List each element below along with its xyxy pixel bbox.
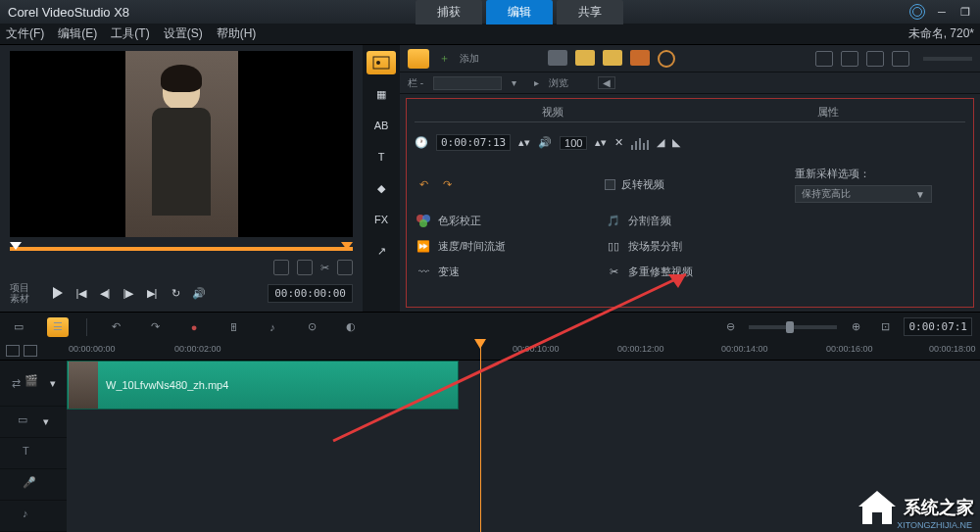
speed-icon[interactable]: ⏩ (415, 238, 432, 254)
filter-icon[interactable]: FX (367, 208, 396, 231)
reverse-checkbox[interactable] (605, 179, 615, 190)
graphic-icon[interactable]: ◆ (367, 176, 396, 200)
zoom-in-icon[interactable]: ⊕ (845, 317, 866, 337)
zoom-slider[interactable] (749, 325, 837, 329)
record-icon[interactable]: ● (183, 317, 205, 337)
collapse-icon[interactable]: ◀ (598, 76, 615, 89)
volume-spinner-icon[interactable]: ▴▾ (595, 136, 607, 149)
mode-clip-label[interactable]: 素材 (10, 293, 43, 304)
menu-help[interactable]: 帮助(H) (217, 25, 257, 42)
thumb-size-slider[interactable] (923, 57, 972, 61)
timeline-ruler[interactable]: 00:00:00:00 00:00:02:00 00:00:10:00 00:0… (0, 341, 980, 361)
variable-speed-label[interactable]: 变速 (438, 265, 460, 279)
mark-out-icon[interactable] (297, 260, 313, 275)
fade-in-icon[interactable]: ◢ (657, 136, 664, 149)
storyboard-view-icon[interactable]: ▭ (8, 317, 29, 337)
mute-icon[interactable]: ✕ (614, 136, 623, 149)
auto-music-icon[interactable]: ♪ (262, 317, 283, 337)
clock-icon[interactable] (658, 50, 675, 68)
sort-icon[interactable] (892, 51, 909, 67)
audio-filter-icon[interactable] (630, 50, 650, 66)
restore-icon[interactable]: ❐ (958, 5, 972, 19)
group-dropdown[interactable] (433, 76, 502, 90)
prev-frame-icon[interactable]: ◀| (96, 284, 114, 302)
video-track-icon[interactable]: 🎬 (24, 374, 46, 392)
expand-icon[interactable] (337, 260, 353, 275)
opt-tab-video[interactable]: 视频 (415, 103, 690, 122)
media-tab-icon[interactable] (367, 51, 396, 74)
fade-out-icon[interactable]: ◣ (672, 136, 680, 149)
fit-icon[interactable]: ⊡ (874, 317, 896, 337)
next-frame-icon[interactable]: |▶ (120, 284, 137, 302)
track-menu-icon[interactable]: ▾ (50, 377, 56, 390)
menu-file[interactable]: 文件(F) (6, 25, 44, 42)
opt-tab-attr[interactable]: 属性 (690, 103, 965, 122)
add-media-icon[interactable] (408, 49, 429, 69)
split-audio-icon[interactable]: 🎵 (605, 213, 622, 228)
ripple-icon[interactable]: ⇄ (12, 377, 21, 390)
instant-project-icon[interactable]: ▦ (367, 82, 396, 106)
menu-settings[interactable]: 设置(S) (164, 25, 203, 42)
timeline-view-icon[interactable]: ☰ (47, 317, 69, 337)
list-view-icon[interactable] (841, 51, 858, 67)
undo-icon[interactable]: ↶ (105, 317, 126, 337)
title-icon[interactable]: T (367, 145, 396, 169)
variable-speed-icon[interactable]: 〰 (415, 264, 432, 279)
rotate-ccw-icon[interactable]: ↶ (415, 177, 432, 193)
mode-project-label[interactable]: 项目 (10, 282, 43, 293)
ruler-toggle-icon[interactable] (6, 345, 20, 357)
menu-edit[interactable]: 编辑(E) (58, 25, 97, 42)
add-plus-icon[interactable]: ＋ (439, 51, 450, 66)
track-menu-icon[interactable]: ▾ (43, 415, 49, 428)
video-filter-icon[interactable] (575, 50, 595, 66)
volume-icon[interactable]: 🔊 (190, 284, 208, 302)
color-correct-label[interactable]: 色彩校正 (438, 214, 481, 228)
tab-edit[interactable]: 编辑 (486, 0, 553, 24)
go-end-icon[interactable]: ▶| (143, 284, 161, 302)
scene-split-icon[interactable]: ▯▯ (605, 238, 622, 254)
overlay-track-icon[interactable]: ▭ (18, 413, 39, 431)
preview-timecode[interactable]: 00:00:00:00 (268, 284, 353, 303)
folder-icon[interactable] (548, 50, 567, 66)
transition-icon[interactable]: AB (367, 114, 396, 137)
multi-trim-label[interactable]: 多重修整视频 (628, 265, 693, 279)
title-track-icon[interactable]: T (23, 445, 44, 462)
mixer-icon[interactable]: 🎚 (222, 317, 244, 337)
music-track-icon[interactable]: ♪ (23, 508, 44, 525)
motion-track-icon[interactable]: ⊙ (301, 317, 322, 337)
tab-capture[interactable]: 捕获 (416, 0, 482, 24)
eq-icon[interactable] (631, 136, 649, 150)
speed-label[interactable]: 速度/时间流逝 (438, 239, 506, 254)
path-icon[interactable]: ↗ (367, 239, 396, 263)
voice-track-icon[interactable]: 🎤 (23, 476, 44, 494)
browse-icon[interactable]: ▸ (534, 77, 539, 88)
menu-tools[interactable]: 工具(T) (111, 25, 149, 42)
color-correct-icon[interactable] (415, 213, 432, 228)
redo-icon[interactable]: ↷ (144, 317, 166, 337)
loop-icon[interactable]: ↻ (167, 284, 184, 302)
go-start-icon[interactable]: |◀ (73, 284, 90, 302)
timeline-tracks[interactable]: W_10LfvwNs480_zh.mp4 (67, 361, 980, 532)
scrub-bar[interactable] (10, 241, 353, 257)
rotate-cw-icon[interactable]: ↷ (438, 177, 456, 193)
volume-icon[interactable]: 🔊 (538, 136, 552, 149)
resample-dropdown[interactable]: 保持宽高比▼ (795, 185, 932, 203)
photo-filter-icon[interactable] (603, 50, 622, 66)
tab-share[interactable]: 共享 (557, 0, 623, 24)
scene-split-label[interactable]: 按场景分割 (628, 239, 682, 254)
split-audio-label[interactable]: 分割音频 (628, 214, 671, 228)
duration-spinner-icon[interactable]: ▴▾ (518, 136, 530, 149)
globe-icon[interactable] (909, 4, 925, 20)
ruler-toggle2-icon[interactable] (24, 345, 37, 357)
detail-view-icon[interactable] (866, 51, 884, 67)
minimize-icon[interactable]: ─ (935, 5, 949, 19)
thumb-view-icon[interactable] (815, 51, 833, 67)
mark-in-icon[interactable] (273, 260, 289, 275)
clip-duration[interactable]: 0:00:07:13 (436, 134, 511, 151)
scissors-icon[interactable]: ✂ (320, 262, 329, 274)
play-icon[interactable] (49, 284, 67, 302)
volume-value[interactable]: 100 (560, 136, 587, 150)
subtitle-icon[interactable]: ◐ (340, 317, 362, 337)
preview-video[interactable] (10, 51, 353, 237)
zoom-out-icon[interactable]: ⊖ (719, 317, 741, 337)
